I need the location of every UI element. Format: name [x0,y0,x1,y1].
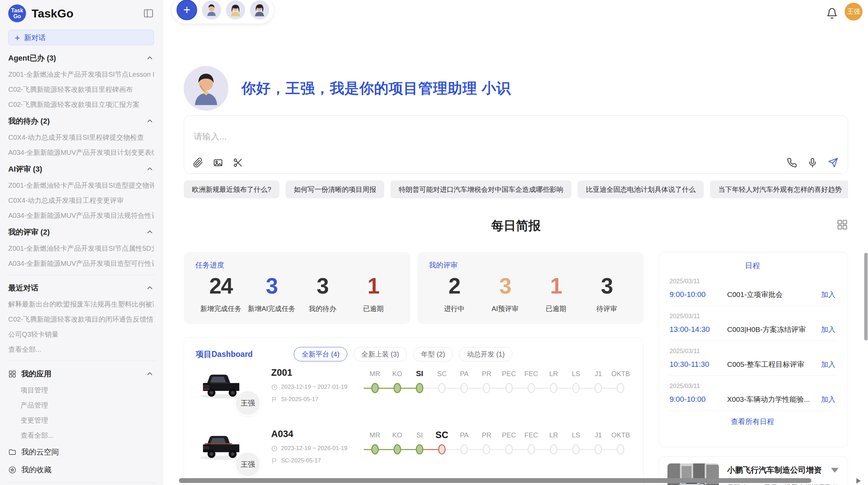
project-info: A034 2023-12-19 ~ 2026-01-19 SC-2025-05-… [271,427,357,464]
star-badge-icon [8,466,16,474]
main-content: + 王强 你好，王强，我是你的项目管理助理 小识 [162,0,868,485]
view-all-apps[interactable]: 查看全部... [21,431,154,439]
horizontal-scrollbar[interactable] [179,478,811,483]
task-item[interactable]: Z001-全新燃油皮卡产品开发项目SI节点Lesson Learn报告 [8,70,154,78]
briefing-left-column: 任务进度 24 新增完成任务 3 新增AI完成任务 3 [184,252,644,485]
divider [7,361,155,361]
project-image: 王强 [196,367,247,401]
avatar[interactable] [202,0,221,20]
image-icon[interactable] [213,158,223,168]
filter-new-platform[interactable]: 全新平台 (4) [294,347,347,361]
section-header-agent-done[interactable]: Agent已办 (3) [8,53,154,63]
filter-model-year[interactable]: 年型 (2) [413,347,453,361]
section-my-todo: 我的待办 (2) C0X4-动力总成开发项目SI里程碑提交物检查 A034-全新… [8,116,154,156]
scroll-right-arrow-icon[interactable] [856,478,861,484]
task-item[interactable]: C02-飞腾新能源轻客改款项目立项汇报方案 [8,100,154,108]
divider [7,275,155,275]
send-icon[interactable] [828,158,838,168]
stat: 3 待评审 [581,273,632,313]
phone-icon[interactable] [787,158,797,168]
suggestion-chip[interactable]: 当下年轻人对汽车外观有怎样的喜好趋势 [710,181,848,198]
milestone-dot [394,444,401,455]
chat-item[interactable]: 公司Q3轻卡销量 [8,330,154,338]
milestone-dot [594,444,602,455]
project-dashboard-card: 项目Dashboard 全新平台 (4) 全新上装 (3) 年型 (2) 动总开… [184,337,644,485]
scroll-down-arrow-icon[interactable] [831,468,839,473]
stat: 3 AI预评审 [480,273,530,313]
suggestion-chip[interactable]: 比亚迪全固态电池计划具体说了什么 [578,181,704,198]
suggestion-chips: 欧洲新规最近颁布了什么? 如何写一份清晰的项目周报 特朗普可能对进口汽车增税会对… [184,181,848,198]
task-item[interactable]: A034-全新新能源MUV产品开发项目计划变更表编写 [8,148,154,156]
milestone-dot [483,444,490,455]
scissors-icon[interactable] [233,158,243,168]
my-apps-header[interactable]: 我的应用 [8,369,154,379]
chat-item[interactable]: C02-飞腾新能源轻客改款项目的闭环通告反馈情况 [8,315,154,323]
milestone-dot [483,383,490,393]
milestone-dot [460,383,468,393]
milestone-dot-overdue [438,444,446,455]
milestone-timeline: MR KO SI SC PA PR PEC FEC LR LS J1 OKTB [364,427,632,457]
milestone-dot [528,444,535,455]
filter-powertrain[interactable]: 动总开发 (1) [459,347,513,361]
task-item[interactable]: C0X4-动力总成开发项目工程变更评审 [8,196,154,204]
section-header-my-review[interactable]: 我的评审 (2) [8,227,154,237]
schedule-card: 日程 2025/03/11 9:00-10:00 C001-立项审批会 加入 2… [659,252,848,447]
user-avatar[interactable]: 王强 [845,3,863,21]
layout-grid-icon[interactable] [836,219,848,231]
vertical-scrollbar[interactable] [864,253,868,340]
avatar[interactable] [250,0,269,20]
view-all-chats[interactable]: 查看全部... [8,345,154,353]
task-item[interactable]: Z001-全新燃油轻卡产品开发项目SI节点属性5D文件评审 [8,244,154,252]
task-item[interactable]: Z001-全新燃油轻卡产品开发项目SI造型提交物评审 [8,181,154,189]
task-item[interactable]: A034-全新新能源MUV产品开发项目造型可行性评审 [8,259,154,267]
task-item[interactable]: A034-全新新能源MUV产品开发项目法规符合性评审 [8,211,154,219]
stat: 24 新增完成任务 [195,273,246,313]
sidebar-collapse-icon[interactable] [143,8,154,19]
daily-briefing-header: 每日简报 [184,217,848,234]
clock-icon [271,384,278,390]
view-all-schedule[interactable]: 查看所有日程 [670,417,835,426]
app-item-change-mgmt[interactable]: 变更管理 [21,416,154,424]
milestone-dot [371,444,379,455]
sidebar-item-cloud-space[interactable]: 我的云空间 [8,447,154,457]
section-header-recent-chats[interactable]: 最近对话 [8,283,154,293]
schedule-title: 日程 [670,261,835,271]
suggestion-chip[interactable]: 特朗普可能对进口汽车增税会对中国车企造成哪些影响 [390,181,571,198]
project-info: Z001 2023-12-19 ~ 2027-01-19 SI-2025-05-… [271,366,357,403]
filter-new-body[interactable]: 全新上装 (3) [353,347,407,361]
app-title: TaskGo [32,7,143,20]
join-button[interactable]: 加入 [821,325,835,334]
app-item-project-mgmt[interactable]: 项目管理 [21,386,154,394]
milestone-dot [460,444,468,455]
microphone-icon[interactable] [807,158,818,168]
join-button[interactable]: 加入 [821,395,835,404]
chevron-up-icon [146,228,154,236]
section-header-my-todo[interactable]: 我的待办 (2) [8,116,154,126]
app-item-product-mgmt[interactable]: 产品管理 [21,401,154,409]
task-item[interactable]: C02-飞腾新能源轻客改款项目里程碑画布 [8,85,154,93]
apps-grid-icon [8,370,16,378]
assistant-avatar [184,66,228,111]
avatar[interactable] [226,0,245,20]
join-button[interactable]: 加入 [821,290,835,299]
news-title: 小鹏飞行汽车制造公司增资 [727,465,840,475]
new-chat-button[interactable]: + 新对话 [8,30,154,45]
milestone-dot [505,383,513,393]
suggestion-chip[interactable]: 如何写一份清晰的项目周报 [286,181,384,198]
new-session-button[interactable]: + [177,0,197,20]
stats-row: 任务进度 24 新增完成任务 3 新增AI完成任务 3 [184,252,644,324]
milestone-dot [528,383,535,393]
join-button[interactable]: 加入 [821,360,835,369]
chat-input[interactable] [184,116,848,153]
clock-icon [271,445,278,452]
project-row[interactable]: 王强 Z001 2023-12-19 ~ 2027-01-19 SI-2025-… [196,366,632,423]
sidebar-item-favorites[interactable]: 我的收藏 [8,465,154,475]
task-item[interactable]: C0X4-动力总成开发项目SI里程碑提交物检查 [8,133,154,141]
chat-item[interactable]: 解释最新出台的欧盟报废车法规再生塑料比例被调至15%... [8,300,154,308]
suggestion-chip[interactable]: 欧洲新规最近颁布了什么? [184,181,279,198]
project-row[interactable]: 王强 A034 2023-12-19 ~ 2026-01-19 SC-2025-… [196,427,632,484]
paperclip-icon[interactable] [193,158,203,168]
project-code: A034 [271,429,357,439]
notification-bell-icon[interactable] [826,8,838,19]
section-header-ai-review[interactable]: AI评审 (3) [8,164,154,174]
